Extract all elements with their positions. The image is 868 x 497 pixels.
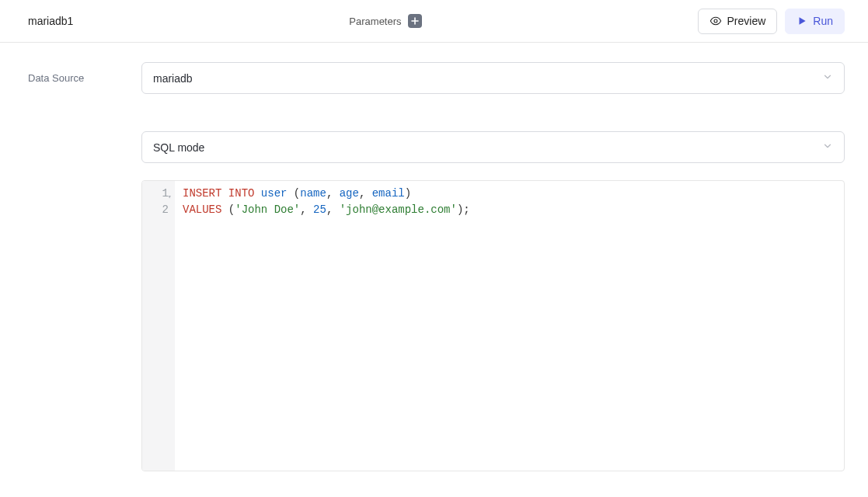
- data-source-row: Data Source mariadb: [28, 62, 845, 94]
- data-source-label: Data Source: [28, 72, 141, 84]
- preview-button[interactable]: Preview: [698, 9, 778, 34]
- run-label: Run: [813, 15, 833, 27]
- sql-mode-select[interactable]: SQL mode: [141, 131, 845, 163]
- header-bar: mariadb1 Parameters Preview Run: [0, 0, 868, 43]
- page-title: mariadb1: [28, 15, 73, 27]
- chevron-down-icon: [822, 141, 833, 154]
- sql-editor[interactable]: 1▾2 INSERT INTO user (name, age, email)V…: [141, 180, 845, 471]
- parameters-group: Parameters: [73, 14, 697, 28]
- data-source-select[interactable]: mariadb: [141, 62, 845, 94]
- header-actions: Preview Run: [698, 9, 845, 34]
- line-gutter: 1▾2: [142, 181, 175, 471]
- plus-icon: [411, 17, 419, 25]
- code-area[interactable]: INSERT INTO user (name, age, email)VALUE…: [175, 181, 478, 471]
- preview-label: Preview: [727, 15, 766, 27]
- svg-point-0: [714, 19, 717, 23]
- data-source-value: mariadb: [153, 72, 193, 85]
- sql-mode-row: SQL mode: [28, 131, 845, 163]
- play-icon: [797, 16, 807, 26]
- run-button[interactable]: Run: [785, 9, 845, 34]
- sql-mode-value: SQL mode: [153, 141, 204, 154]
- add-parameter-button[interactable]: [408, 14, 422, 28]
- chevron-down-icon: [822, 71, 833, 85]
- eye-icon: [709, 15, 722, 27]
- parameters-label: Parameters: [349, 16, 401, 27]
- query-config: Data Source mariadb SQL mode 1▾2 INSERT …: [0, 43, 868, 471]
